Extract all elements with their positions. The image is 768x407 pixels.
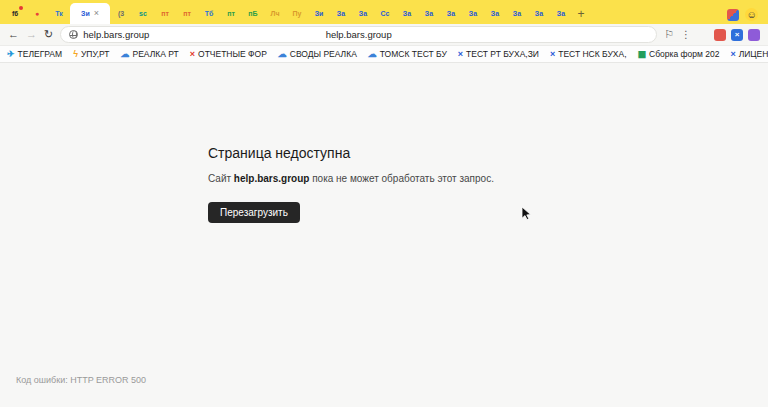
tab[interactable]: пБ — [242, 3, 264, 24]
tab[interactable]: За — [462, 3, 484, 24]
tab-favicon: пт — [227, 10, 235, 17]
bookmark-item[interactable]: ϟУПУ,РТ — [73, 49, 109, 59]
bookmark-label: Сборка форм 202 — [649, 49, 719, 59]
tab[interactable]: пт — [154, 3, 176, 24]
tab[interactable]: За — [396, 3, 418, 24]
tab[interactable]: За — [330, 3, 352, 24]
promo-icon[interactable] — [727, 9, 739, 21]
tab[interactable]: sc — [132, 3, 154, 24]
tab-favicon: Тб — [205, 10, 214, 17]
bookmark-label: ТЕСТ РТ БУХА,ЗИ — [466, 49, 539, 59]
page-content: Страница недоступна Сайт help.bars.group… — [0, 63, 768, 406]
bookmark-item[interactable]: ×ЛИЦЕНЗИИ — [730, 49, 768, 59]
tab-favicon: За — [359, 10, 367, 17]
bookmark-favicon: × — [730, 50, 735, 59]
tab-favicon: Зи — [315, 10, 324, 17]
bookmarks-bar: ✈ТЕЛЕГРАМϟУПУ,РТ☁РЕАЛКА РТ×ОТЧЕТНЫЕ ФОР☁… — [0, 46, 768, 63]
page-title-centered: help.bars.group — [326, 29, 392, 40]
bookmark-favicon: ☁ — [121, 50, 130, 59]
tab[interactable]: (3 — [110, 3, 132, 24]
extension-red-icon[interactable] — [714, 29, 726, 41]
reload-icon[interactable]: ↻ — [44, 29, 53, 40]
address-toolbar: ← → ↻ help.bars.group help.bars.group ⚐ … — [0, 24, 768, 46]
bookmark-item[interactable]: ☁СВОДЫ РЕАЛКА — [278, 49, 357, 59]
tab-notification-dot — [19, 6, 23, 10]
tab[interactable]: За — [550, 3, 572, 24]
tab-active[interactable]: Зи× — [70, 3, 110, 24]
extension-purple-icon[interactable] — [748, 29, 760, 41]
tab-favicon: пт — [161, 10, 169, 17]
tab-favicon: За — [337, 10, 345, 17]
tab-favicon: За — [557, 10, 565, 17]
tab[interactable]: За — [484, 3, 506, 24]
address-url[interactable]: help.bars.group — [83, 29, 149, 40]
bookmark-label: РЕАЛКА РТ — [133, 49, 179, 59]
bookmark-label: ТОМСК ТЕСТ БУ — [380, 49, 447, 59]
tab-favicon: ● — [35, 10, 39, 17]
tab-favicon: Зи — [81, 10, 90, 17]
tab-favicon: Сс — [381, 10, 390, 17]
extensions-group: × — [714, 29, 760, 41]
address-left: help.bars.group — [69, 29, 149, 40]
tab-favicon: Лч — [271, 10, 280, 17]
back-icon[interactable]: ← — [8, 29, 19, 40]
tab-favicon: За — [425, 10, 433, 17]
bookmark-favicon: × — [190, 50, 195, 59]
tab-bar: f6●ТкЗи×(3scптптТбптпБЛчПуЗиЗаЗаСсЗаЗаЗа… — [0, 0, 768, 24]
tab[interactable]: За — [440, 3, 462, 24]
tab-favicon: (3 — [118, 10, 124, 17]
reload-page-button[interactable]: Перезагрузить — [208, 202, 300, 223]
new-tab-button[interactable]: + — [572, 3, 590, 24]
error-code: Код ошибки: HTTP ERROR 500 — [16, 375, 146, 385]
bookmark-item[interactable]: ▦Сборка форм 202 — [638, 49, 720, 59]
error-message-domain: help.bars.group — [234, 173, 310, 184]
tab[interactable]: За — [528, 3, 550, 24]
bookmark-flag-icon[interactable]: ⚐ — [664, 29, 674, 40]
bookmark-label: СВОДЫ РЕАЛКА — [290, 49, 357, 59]
tab-favicon: sc — [139, 10, 147, 17]
tabbar-right-icons: ☺ — [727, 8, 764, 24]
tab[interactable]: Тб — [198, 3, 220, 24]
tab-favicon: За — [403, 10, 411, 17]
address-bar[interactable]: help.bars.group help.bars.group — [60, 26, 657, 43]
bookmark-item[interactable]: ☁ТОМСК ТЕСТ БУ — [368, 49, 447, 59]
error-heading: Страница недоступна — [208, 145, 350, 161]
bookmark-favicon: ✈ — [7, 50, 15, 59]
bookmark-item[interactable]: ×ОТЧЕТНЫЕ ФОР — [190, 49, 267, 59]
tab-close-icon[interactable]: × — [94, 9, 99, 18]
tab[interactable]: Лч — [264, 3, 286, 24]
bookmark-item[interactable]: ×ТЕСТ РТ БУХА,ЗИ — [458, 49, 539, 59]
bookmark-favicon: ☁ — [368, 50, 377, 59]
bookmark-label: ЛИЦЕНЗИИ — [739, 49, 768, 59]
tab[interactable]: Тк — [48, 3, 70, 24]
tab[interactable]: пт — [176, 3, 198, 24]
forward-icon[interactable]: → — [26, 29, 37, 40]
tab-strip: f6●ТкЗи×(3scптптТбптпБЛчПуЗиЗаЗаСсЗаЗаЗа… — [4, 3, 572, 24]
tab-favicon: За — [469, 10, 477, 17]
error-message-prefix: Сайт — [208, 173, 234, 184]
tab-favicon: За — [491, 10, 499, 17]
bookmark-favicon: × — [458, 50, 463, 59]
bookmark-item[interactable]: ✈ТЕЛЕГРАМ — [7, 49, 62, 59]
error-message-suffix: пока не может обработать этот запрос. — [309, 173, 494, 184]
tab[interactable]: За — [506, 3, 528, 24]
bookmark-item[interactable]: ☁РЕАЛКА РТ — [121, 49, 179, 59]
tab[interactable]: За — [352, 3, 374, 24]
tab[interactable]: пт — [220, 3, 242, 24]
tab[interactable]: Пу — [286, 3, 308, 24]
tab[interactable]: Сс — [374, 3, 396, 24]
extension-blue-icon[interactable]: × — [731, 29, 743, 41]
chat-smiley-icon[interactable]: ☺ — [745, 8, 758, 21]
bookmark-item[interactable]: ×ТЕСТ НСК БУХА, — [550, 49, 627, 59]
tab[interactable]: f6 — [4, 3, 26, 24]
mouse-cursor — [521, 206, 533, 222]
bookmark-label: УПУ,РТ — [81, 49, 110, 59]
tab[interactable]: За — [418, 3, 440, 24]
tab-favicon: f6 — [12, 10, 18, 17]
bookmark-label: ТЕСТ НСК БУХА, — [558, 49, 626, 59]
tab[interactable]: ● — [26, 3, 48, 24]
bookmark-favicon: ▦ — [638, 50, 647, 59]
tab-favicon: Тк — [55, 10, 63, 17]
toolbar-kebab-icon[interactable]: ⋮ — [681, 30, 691, 40]
tab[interactable]: Зи — [308, 3, 330, 24]
